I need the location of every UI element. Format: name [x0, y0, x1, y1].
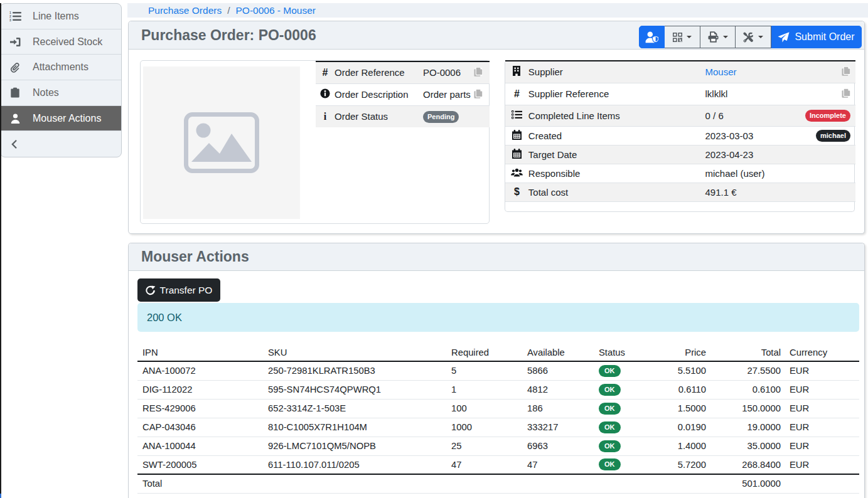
svg-text:3: 3: [9, 18, 11, 21]
